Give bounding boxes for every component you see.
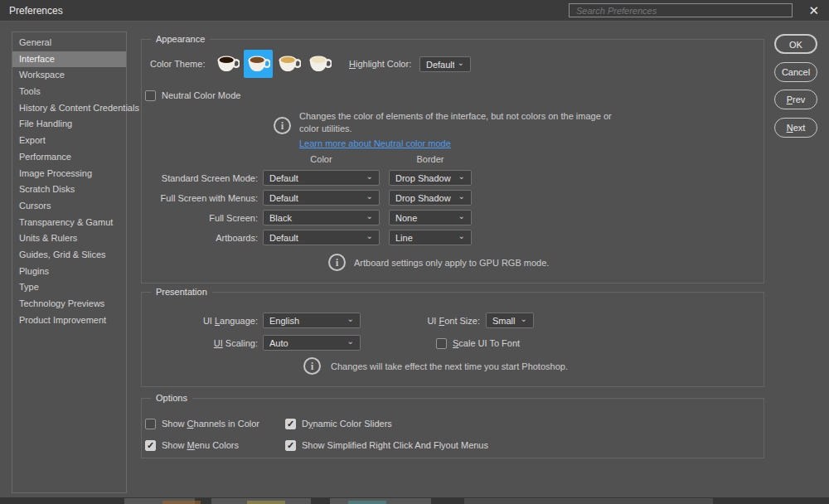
presentation-note-text: Changes will take effect the next time y… [331, 361, 568, 373]
color-column-header: Color [263, 154, 380, 164]
chevron-down-icon: ⌄ [347, 337, 354, 346]
next-button[interactable]: Next [774, 118, 817, 138]
artboards-label: Artboards: [142, 230, 258, 246]
info-icon: i [274, 117, 291, 134]
preferences-sidebar: GeneralInterfaceWorkspaceToolsHistory & … [12, 32, 127, 493]
full-screen-with-menus-border-select[interactable]: Drop Shadow⌄ [389, 190, 472, 206]
sidebar-item-cursors[interactable]: Cursors [12, 198, 126, 215]
color-theme-swatch-light[interactable] [274, 50, 303, 78]
chevron-down-icon: ⌄ [347, 315, 354, 323]
color-theme-swatches [213, 50, 334, 78]
color-theme-label: Color Theme: [150, 50, 205, 78]
artboards-border-select[interactable]: Line⌄ [389, 230, 472, 245]
presentation-section: Presentation UI Language: English⌄ UI Fo… [141, 292, 764, 387]
color-theme-swatch-lightest[interactable] [305, 50, 334, 78]
show-menu-colors-label: Show Menu Colors [162, 440, 239, 450]
info-icon: i [328, 254, 346, 271]
chevron-down-icon: ⌄ [366, 192, 373, 201]
chevron-down-icon: ⌄ [458, 192, 465, 201]
coffee-cup-icon [308, 53, 332, 75]
standard-screen-mode-label: Standard Screen Mode: [142, 170, 258, 187]
scale-ui-to-font-checkbox[interactable] [436, 338, 447, 349]
sidebar-item-units-rulers[interactable]: Units & Rulers [12, 230, 126, 247]
dialog-title: Preferences [9, 0, 63, 22]
artboard-note-text: Artboard settings only apply to GPU RGB … [354, 257, 549, 269]
dynamic-color-sliders-checkbox[interactable] [285, 419, 296, 429]
chevron-down-icon: ⌄ [458, 212, 465, 220]
standard-screen-mode-border-select[interactable]: Drop Shadow⌄ [389, 170, 472, 186]
ui-scaling-select[interactable]: Auto⌄ [263, 335, 361, 351]
close-icon[interactable]: ✕ [808, 2, 819, 19]
show-simplified-right-click-label: Show Simplified Right Click And Flyout M… [302, 440, 488, 450]
full-screen-label: Full Screen: [142, 210, 258, 226]
color-theme-swatch-darkest[interactable] [213, 50, 242, 78]
presentation-section-label: Presentation [151, 287, 212, 297]
neutral-mode-learn-link[interactable]: Learn more about Neutral color mode [299, 138, 451, 148]
chevron-down-icon: ⌄ [521, 315, 527, 323]
prev-button[interactable]: Prev [774, 90, 817, 109]
sidebar-item-guides-grid-slices[interactable]: Guides, Grid & Slices [12, 247, 126, 264]
standard-screen-mode-color-select[interactable]: Default⌄ [263, 170, 380, 186]
coffee-cup-icon [216, 53, 240, 75]
scale-ui-to-font-label: Scale UI To Font [453, 338, 520, 348]
ui-language-select[interactable]: English⌄ [263, 313, 361, 328]
full-screen-color-select[interactable]: Black⌄ [263, 210, 380, 225]
search-input[interactable] [569, 3, 793, 17]
appearance-section-label: Appearance [151, 34, 210, 44]
ui-font-size-label: UI Font Size: [397, 313, 480, 329]
chevron-down-icon: ⌄ [366, 172, 373, 181]
show-menu-colors-checkbox[interactable] [145, 440, 156, 451]
neutral-color-mode-checkbox[interactable] [145, 90, 156, 101]
coffee-cup-icon [246, 53, 270, 75]
appearance-section: Appearance Color Theme: Highlight Color:… [141, 39, 764, 284]
sidebar-item-file-handling[interactable]: File Handling [12, 116, 126, 133]
dialog-titlebar: Preferences ✕ [0, 0, 829, 22]
sidebar-item-export[interactable]: Export [12, 133, 126, 149]
sidebar-item-tools[interactable]: Tools [12, 84, 126, 100]
ok-button[interactable]: OK [774, 34, 817, 54]
sidebar-item-technology-previews[interactable]: Technology Previews [12, 296, 126, 313]
full-screen-border-select[interactable]: None⌄ [389, 210, 472, 225]
sidebar-item-plugins[interactable]: Plugins [12, 264, 126, 280]
neutral-color-mode-label: Neutral Color Mode [162, 90, 240, 100]
sidebar-item-interface[interactable]: Interface [12, 51, 126, 68]
neutral-mode-info-text: Changes the color of elements of the int… [299, 110, 629, 135]
sidebar-item-product-improvement[interactable]: Product Improvement [12, 313, 126, 329]
ui-language-label: UI Language: [142, 313, 258, 329]
options-section-label: Options [151, 393, 192, 403]
ui-scaling-label: UI Scaling: [142, 335, 258, 351]
background-window-edge [0, 497, 829, 504]
cancel-button[interactable]: Cancel [774, 62, 817, 82]
sidebar-item-image-processing[interactable]: Image Processing [12, 166, 126, 182]
sidebar-item-workspace[interactable]: Workspace [12, 67, 126, 84]
info-icon: i [303, 357, 321, 375]
color-theme-swatch-dark[interactable] [244, 50, 273, 78]
full-screen-with-menus-color-select[interactable]: Default⌄ [263, 190, 380, 206]
coffee-cup-icon [277, 53, 301, 75]
chevron-down-icon: ⌄ [458, 59, 464, 67]
chevron-down-icon: ⌄ [458, 232, 465, 240]
sidebar-item-performance[interactable]: Performance [12, 149, 126, 166]
options-section: Options Show Channels in Color Dynamic C… [141, 398, 764, 458]
full-screen-with-menus-label: Full Screen with Menus: [142, 190, 258, 206]
sidebar-item-type[interactable]: Type [12, 279, 126, 296]
sidebar-item-transparency-gamut[interactable]: Transparency & Gamut [12, 215, 126, 231]
artboards-color-select[interactable]: Default⌄ [263, 230, 380, 245]
sidebar-item-general[interactable]: General [12, 35, 126, 51]
show-simplified-right-click-checkbox[interactable] [285, 440, 296, 451]
show-channels-in-color-checkbox[interactable] [145, 419, 156, 429]
sidebar-item-history-content-credentials[interactable]: History & Content Credentials [12, 100, 126, 117]
highlight-color-select[interactable]: Default ⌄ [419, 56, 471, 72]
chevron-down-icon: ⌄ [458, 172, 465, 181]
highlight-color-label: Highlight Color: [349, 50, 411, 78]
show-channels-in-color-label: Show Channels in Color [162, 419, 259, 429]
chevron-down-icon: ⌄ [366, 232, 373, 240]
dynamic-color-sliders-label: Dynamic Color Sliders [302, 419, 392, 429]
ui-font-size-select[interactable]: Small⌄ [486, 313, 534, 328]
sidebar-item-scratch-disks[interactable]: Scratch Disks [12, 182, 126, 198]
chevron-down-icon: ⌄ [366, 212, 373, 220]
border-column-header: Border [389, 154, 472, 164]
